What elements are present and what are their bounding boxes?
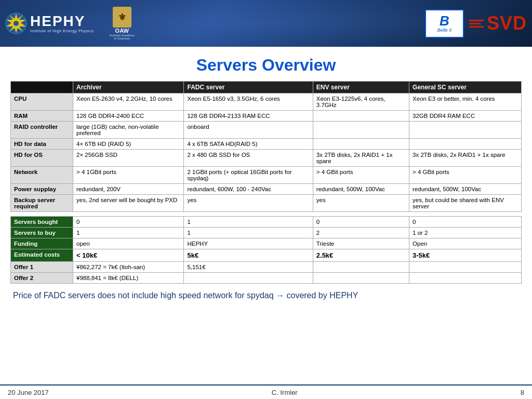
offer-label: Offer 1 (11, 262, 73, 273)
bottom-page: 8 (521, 389, 524, 396)
summary-cell-env: 0 (313, 217, 409, 228)
row-cell-fadc: 4 x 6TB SATA HD(RAID 5) (184, 139, 313, 150)
main-content: Servers Overview Archiver FADC server EN… (0, 47, 532, 303)
summary-cell-archiver: < 10k€ (73, 249, 184, 262)
table-row: CPUXeon E5-2630 v4, 2.2GHz, 10 coresXeon… (11, 94, 522, 111)
summary-label: Servers bought (11, 217, 73, 228)
offer-cell-fadc: 5,151€ (184, 262, 313, 273)
row-cell-fadc: Xeon E5-1650 v3, 3.5GHz, 6 cores (184, 94, 313, 111)
table-body: CPUXeon E5-2630 v4, 2.2GHz, 10 coresXeon… (11, 94, 522, 284)
row-cell-archiver: large (1GB) cache, non-volatile preferre… (73, 122, 184, 139)
row-cell-fadc: 2 1GBit ports (+ optical 16GBit ports fo… (184, 167, 313, 184)
table-row: RAID controllerlarge (1GB) cache, non-vo… (11, 122, 522, 139)
header-right: B Belle II SVD (425, 9, 527, 38)
summary-row: Estimated costs< 10k€5k€2.5k€3-5k€ (11, 249, 522, 262)
svd-line-3 (469, 26, 484, 28)
offer-cell-env (313, 262, 409, 273)
row-cell-general: 3x 2TB disks, 2x RAID1 + 1x spare (409, 150, 522, 167)
oaw-sub2: of Sciences (110, 37, 135, 40)
svg-text:⚜: ⚜ (118, 12, 126, 22)
bottom-bar: 20 June 2017 C. Irmler 8 (0, 384, 532, 399)
col-header-fadc: FADC server (184, 82, 313, 94)
row-label: RAID controller (11, 122, 73, 139)
bottom-date: 20 June 2017 (8, 389, 49, 396)
svg-point-2 (14, 21, 19, 26)
hephy-text-block: HEPHY Institute of High Energy Physics (30, 14, 94, 33)
row-cell-archiver: 128 GB DDR4-2400 ECC (73, 111, 184, 122)
row-label: HD for data (11, 139, 73, 150)
offer-cell-archiver: ¥862,272 = 7k€ (Itoh-san) (73, 262, 184, 273)
row-cell-general (409, 122, 522, 139)
col-header-archiver: Archiver (73, 82, 184, 94)
row-cell-env (313, 139, 409, 150)
row-cell-archiver: Xeon E5-2630 v4, 2.2GHz, 10 cores (73, 94, 184, 111)
summary-label: Funding (11, 238, 73, 249)
row-cell-general: yes, but could be shared with ENV server (409, 195, 522, 212)
summary-cell-archiver: open (73, 238, 184, 249)
belle-ii: Belle II (437, 28, 452, 33)
row-cell-env (313, 122, 409, 139)
col-header-empty (11, 82, 73, 94)
offer-cell-archiver: ¥988,841 = 8k€ (DELL) (73, 273, 184, 284)
offer-row: Offer 1¥862,272 = 7k€ (Itoh-san)5,151€ (11, 262, 522, 273)
summary-cell-fadc: 1 (184, 217, 313, 228)
svd-logo: SVD (469, 12, 527, 34)
summary-cell-archiver: 1 (73, 228, 184, 238)
summary-cell-general: 1 or 2 (409, 228, 522, 238)
row-cell-archiver: yes, 2nd server will be bought by PXD (73, 195, 184, 212)
row-label: RAM (11, 111, 73, 122)
offer-cell-env (313, 273, 409, 284)
row-cell-env: 3x 2TB disks, 2x RAID1 + 1x spare (313, 150, 409, 167)
row-cell-fadc: yes (184, 195, 313, 212)
hephy-subtitle: Institute of High Energy Physics (30, 29, 94, 33)
summary-row: Servers bought0100 (11, 217, 522, 228)
row-cell-fadc: 128 GB DDR4-2133 RAM ECC (184, 111, 313, 122)
row-label: Network (11, 167, 73, 184)
offer-cell-fadc (184, 273, 313, 284)
summary-cell-fadc: HEPHY (184, 238, 313, 249)
oaw-emblem-svg: ⚜ (114, 8, 130, 26)
summary-label: Estimated costs (11, 249, 73, 262)
table-row: HD for OS2× 256GB SSD2 x 480 GB SSD for … (11, 150, 522, 167)
row-cell-archiver: 2× 256GB SSD (73, 150, 184, 167)
footer-note: Price of FADC servers does not include h… (10, 291, 522, 300)
summary-cell-fadc: 5k€ (184, 249, 313, 262)
summary-cell-general: 0 (409, 217, 522, 228)
row-cell-fadc: redundant, 600W, 100 - 240Vac (184, 184, 313, 195)
table-row: HD for data4× 6TB HD (RAID 5)4 x 6TB SAT… (11, 139, 522, 150)
summary-row: Servers to buy1121 or 2 (11, 228, 522, 238)
summary-cell-archiver: 0 (73, 217, 184, 228)
table-header-row: Archiver FADC server ENV server General … (11, 82, 522, 94)
table-row: Power supplayredundant, 200Vredundant, 6… (11, 184, 522, 195)
row-cell-archiver: > 4 1GBit ports (73, 167, 184, 184)
summary-cell-general: Open (409, 238, 522, 249)
summary-label: Servers to buy (11, 228, 73, 238)
hephy-title: HEPHY (30, 14, 94, 29)
col-header-general: General SC server (409, 82, 522, 94)
summary-cell-env: 2.5k€ (313, 249, 409, 262)
oaw-logo: ⚜ OAW Austrian Academy of Sciences (110, 7, 135, 40)
row-label: Backup server required (11, 195, 73, 212)
row-cell-archiver: 4× 6TB HD (RAID 5) (73, 139, 184, 150)
bottom-author: C. Irmler (272, 389, 298, 396)
row-cell-general: 32GB DDR4 RAM ECC (409, 111, 522, 122)
row-label: HD for OS (11, 150, 73, 167)
svd-line-2 (469, 23, 481, 24)
summary-row: FundingopenHEPHYTriesteOpen (11, 238, 522, 249)
row-cell-fadc: 2 x 480 GB SSD for OS (184, 150, 313, 167)
oaw-text: OAW Austrian Academy of Sciences (110, 28, 135, 40)
row-label: Power supplay (11, 184, 73, 195)
oaw-main-text: OAW (110, 28, 135, 34)
table-row: RAM128 GB DDR4-2400 ECC128 GB DDR4-2133 … (11, 111, 522, 122)
svd-line-1 (469, 20, 484, 21)
hephy-logo: HEPHY Institute of High Energy Physics (5, 12, 94, 34)
row-cell-env: Xeon E3-1225v6, 4 cores, 3.7GHz (313, 94, 409, 111)
row-label: CPU (11, 94, 73, 111)
row-cell-env (313, 111, 409, 122)
header: HEPHY Institute of High Energy Physics ⚜… (0, 0, 532, 47)
overview-table: Archiver FADC server ENV server General … (10, 81, 522, 284)
offer-cell-general (409, 262, 522, 273)
offer-label: Offer 2 (11, 273, 73, 284)
hephy-icon (5, 12, 27, 34)
table-row: Backup server requiredyes, 2nd server wi… (11, 195, 522, 212)
